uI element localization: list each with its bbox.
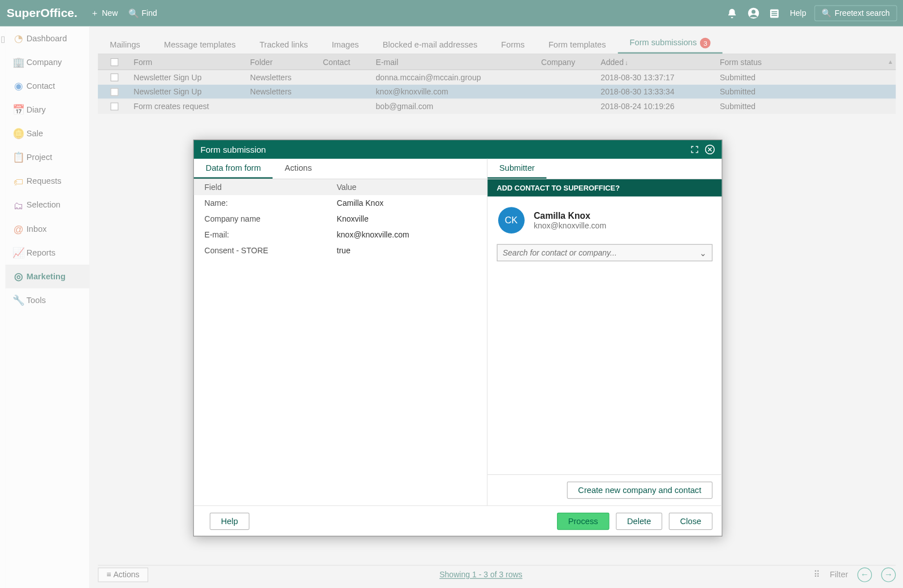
close-icon[interactable]: [705, 144, 715, 155]
close-button[interactable]: Close: [669, 512, 712, 529]
field-label: Consent - STORE: [205, 246, 337, 255]
field-header: Field: [205, 183, 337, 192]
dialog-footer: Help Process Delete Close: [194, 505, 722, 536]
tab-actions[interactable]: Actions: [273, 159, 323, 179]
form-field-row: E-mail:knox@knoxville.com: [194, 227, 487, 243]
dialog-titlebar: Form submission: [194, 140, 722, 159]
chevron-down-icon[interactable]: ⌄: [699, 248, 707, 258]
form-field-row: Company nameKnoxville: [194, 211, 487, 227]
dialog-left-pane: Data from form Actions Field Value Name:…: [194, 159, 487, 505]
form-field-row: Consent - STOREtrue: [194, 243, 487, 258]
contact-name: Camilla Knox: [534, 211, 606, 221]
field-label: Name:: [205, 198, 337, 207]
delete-button[interactable]: Delete: [616, 512, 662, 529]
form-submission-dialog: Form submission Data from form Actions F…: [193, 140, 723, 537]
contact-search[interactable]: ⌄: [496, 244, 712, 261]
field-label: E-mail:: [205, 230, 337, 239]
contact-email: knox@knoxville.com: [534, 220, 606, 230]
tab-data-from-form[interactable]: Data from form: [194, 159, 273, 179]
contact-card: CK Camilla Knox knox@knoxville.com: [487, 196, 721, 244]
dialog-title: Form submission: [201, 145, 266, 155]
help-button[interactable]: Help: [210, 512, 249, 529]
form-field-row: Name:Camilla Knox: [194, 195, 487, 211]
field-value: Camilla Knox: [337, 198, 384, 207]
add-contact-banner: ADD CONTACT TO SUPEROFFICE?: [487, 179, 721, 196]
contact-search-input[interactable]: [503, 248, 699, 257]
field-value: knox@knoxville.com: [337, 230, 409, 239]
create-company-contact-button[interactable]: Create new company and contact: [567, 482, 712, 499]
tab-submitter[interactable]: Submitter: [487, 159, 547, 179]
field-value: Knoxville: [337, 214, 369, 223]
expand-icon[interactable]: [690, 145, 699, 154]
field-label: Company name: [205, 214, 337, 223]
process-button[interactable]: Process: [557, 512, 610, 529]
value-header: Value: [337, 183, 357, 192]
avatar: CK: [498, 207, 525, 234]
dialog-right-pane: Submitter ADD CONTACT TO SUPEROFFICE? CK…: [487, 159, 721, 505]
field-value: true: [337, 246, 351, 255]
